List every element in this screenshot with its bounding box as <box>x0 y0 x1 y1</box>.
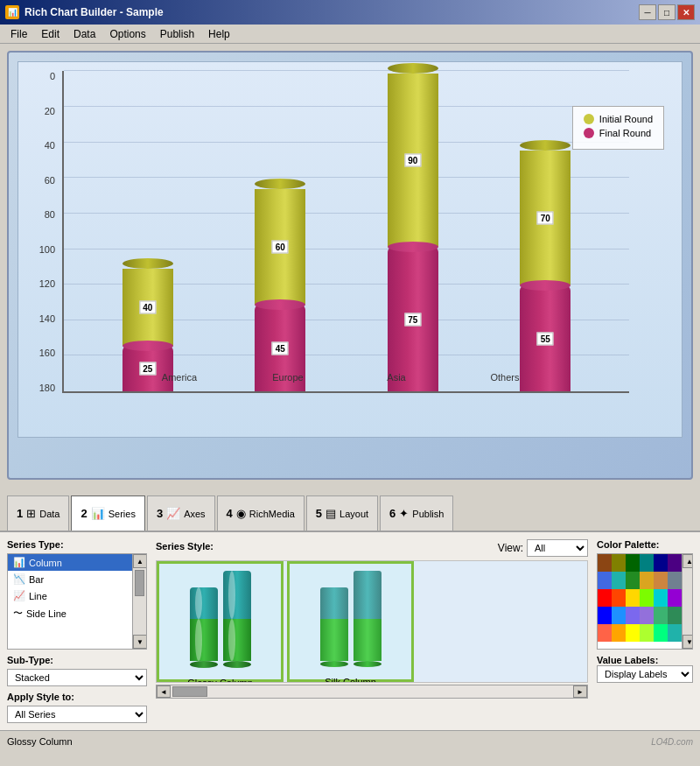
palette-cell[interactable] <box>626 572 640 589</box>
bars-area: 25 40 <box>64 71 629 391</box>
palette-cell[interactable] <box>668 572 682 589</box>
x-labels: America Europe Asia Others <box>108 372 577 383</box>
style-silk-column[interactable]: Silk Column <box>287 561 414 682</box>
palette-cell[interactable] <box>640 607 654 624</box>
palette-scroll-down[interactable]: ▼ <box>682 635 693 649</box>
bar-final-america: 25 <box>122 346 173 391</box>
palette-cell[interactable] <box>668 607 682 624</box>
close-button[interactable]: ✕ <box>677 4 695 20</box>
menu-options[interactable]: Options <box>102 26 152 42</box>
palette-cell[interactable] <box>668 589 682 607</box>
palette-cell[interactable] <box>598 624 612 642</box>
palette-cell[interactable] <box>612 607 626 624</box>
y-axis-labels: 180 160 140 120 100 80 60 40 20 0 <box>18 71 59 393</box>
palette-row-2 <box>598 572 682 589</box>
palette-cell[interactable] <box>668 624 682 642</box>
series-type-line[interactable]: 📈 Line <box>8 587 132 604</box>
palette-cell[interactable] <box>640 554 654 572</box>
menu-data[interactable]: Data <box>66 26 102 42</box>
palette-scrollbar: ▲ ▼ <box>682 554 693 649</box>
column-icon: 📊 <box>13 557 25 568</box>
palette-row-5 <box>598 624 682 642</box>
palette-cell[interactable] <box>654 589 668 607</box>
title-bar: 📊 Rich Chart Builder - Sample ─ □ ✕ <box>0 0 700 25</box>
series-type-box: Series Type: 📊 Column 📉 Bar 📈 Line <box>7 539 147 723</box>
x-label-america: America <box>144 372 214 383</box>
menu-bar: File Edit Data Options Publish Help <box>0 25 700 44</box>
maximize-button[interactable]: □ <box>658 4 676 20</box>
apply-style-select[interactable]: All Series Series 1 Series 2 <box>7 706 147 723</box>
bar-final-asia: 75 <box>388 247 438 391</box>
series-style-label: Series Style: <box>156 541 214 552</box>
palette-cell[interactable] <box>612 589 626 607</box>
status-text: Glossy Column <box>7 736 644 747</box>
value-labels-select[interactable]: Display Labels Hide Labels <box>597 665 693 683</box>
palette-row-4 <box>598 607 682 624</box>
apply-style-row: Apply Style to: All Series Series 1 Seri… <box>7 692 147 723</box>
x-label-asia: Asia <box>361 372 431 383</box>
bottom-panel: Series Type: 📊 Column 📉 Bar 📈 Line <box>0 531 700 730</box>
palette-cell[interactable] <box>626 607 640 624</box>
menu-help[interactable]: Help <box>201 26 237 42</box>
h-scroll-left[interactable]: ◄ <box>157 685 171 698</box>
palette-cell[interactable] <box>612 554 626 572</box>
x-label-others: Others <box>470 372 540 383</box>
menu-file[interactable]: File <box>4 26 34 42</box>
view-select[interactable]: All Column Bar Line <box>527 539 588 557</box>
style-h-scrollbar[interactable]: ◄ ► <box>156 685 588 699</box>
palette-cell[interactable] <box>598 572 612 589</box>
subtype-row: Sub-Type: Stacked Grouped 100% Stacked <box>7 655 147 686</box>
palette-cell[interactable] <box>654 572 668 589</box>
palette-cell[interactable] <box>612 624 626 642</box>
palette-cell[interactable] <box>654 607 668 624</box>
menu-publish[interactable]: Publish <box>153 26 201 42</box>
palette-cell[interactable] <box>640 572 654 589</box>
palette-cell[interactable] <box>626 624 640 642</box>
series-style-box: Series Style: View: All Column Bar Line <box>156 539 588 723</box>
scroll-up-arrow[interactable]: ▲ <box>133 554 147 568</box>
bar-group-asia: 75 90 <box>378 65 448 391</box>
palette-cell[interactable] <box>612 572 626 589</box>
subtype-select[interactable]: Stacked Grouped 100% Stacked <box>7 669 147 686</box>
menu-edit[interactable]: Edit <box>34 26 66 42</box>
tab-series-icon: 📊 <box>91 507 105 520</box>
tab-publish[interactable]: 6 ✦ Publish <box>380 495 453 531</box>
value-labels-row: Value Labels: Display Labels Hide Labels <box>597 655 693 683</box>
palette-cell[interactable] <box>598 589 612 607</box>
style-glossy-column[interactable]: Glossy Column <box>157 561 284 682</box>
tab-layout[interactable]: 5 ▤ Layout <box>306 495 378 531</box>
tab-axes[interactable]: 3 📈 Axes <box>147 495 215 531</box>
tab-series[interactable]: 2 📊 Series <box>71 495 144 531</box>
palette-cell[interactable] <box>626 589 640 607</box>
series-type-column[interactable]: 📊 Column <box>8 554 132 571</box>
h-scroll-thumb[interactable] <box>172 686 207 697</box>
series-type-bar[interactable]: 📉 Bar <box>8 571 132 587</box>
tabs-bar: 1 ⊞ Data 2 📊 Series 3 📈 Axes 4 ◉ RichMed… <box>0 487 700 531</box>
view-label: View: <box>498 542 523 554</box>
tab-data[interactable]: 1 ⊞ Data <box>7 495 69 531</box>
bar-icon: 📉 <box>13 573 25 585</box>
x-label-europe: Europe <box>253 372 323 383</box>
minimize-button[interactable]: ─ <box>639 4 656 20</box>
bar-group-europe: 45 60 <box>245 180 315 391</box>
palette-cell[interactable] <box>598 554 612 572</box>
bar-initial-others: 70 <box>520 151 570 285</box>
h-scroll-right[interactable]: ► <box>573 685 587 698</box>
palette-cell[interactable] <box>640 624 654 642</box>
palette-cell[interactable] <box>668 554 682 572</box>
scroll-down-arrow[interactable]: ▼ <box>133 635 147 649</box>
tab-richmedia[interactable]: 4 ◉ RichMedia <box>217 495 304 531</box>
palette-scroll-up[interactable]: ▲ <box>682 554 693 568</box>
value-labels-label: Value Labels: <box>597 655 693 665</box>
palette-cell[interactable] <box>598 607 612 624</box>
color-palette-label: Color Palette: <box>597 539 693 550</box>
series-type-sideline[interactable]: 〜 Side Line <box>8 604 132 622</box>
tab-publish-icon: ✦ <box>399 507 409 520</box>
palette-cell[interactable] <box>654 554 668 572</box>
palette-cell[interactable] <box>626 554 640 572</box>
series-type-label: Series Type: <box>7 539 147 550</box>
legend-dot-initial <box>584 114 594 124</box>
subtype-label: Sub-Type: <box>7 655 147 665</box>
palette-cell[interactable] <box>654 624 668 642</box>
palette-cell[interactable] <box>640 589 654 607</box>
